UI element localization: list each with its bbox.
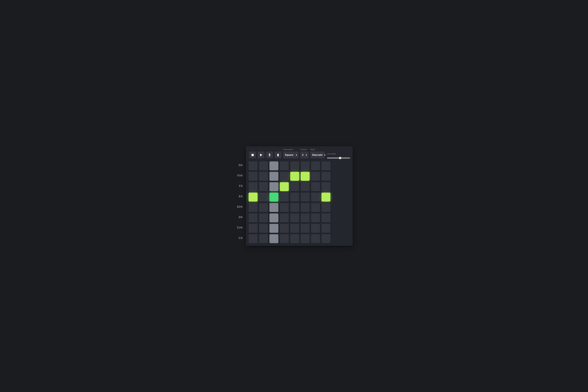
updown-icon: [324, 154, 325, 156]
step-cell[interactable]: [259, 162, 268, 170]
svg-rect-4: [269, 156, 270, 156]
grid-row: [249, 214, 350, 222]
step-cell[interactable]: [269, 234, 278, 243]
clear-button[interactable]: [275, 152, 282, 158]
step-cell[interactable]: [280, 214, 289, 222]
step-cell[interactable]: [280, 172, 289, 181]
step-cell[interactable]: [301, 224, 310, 233]
step-cell[interactable]: [301, 203, 310, 212]
step-cell[interactable]: [290, 224, 299, 233]
grid-row: [249, 182, 350, 191]
step-cell[interactable]: [249, 192, 258, 202]
step-cell[interactable]: [280, 203, 289, 212]
step-cell[interactable]: [269, 192, 278, 202]
step-cell[interactable]: [249, 234, 258, 243]
note-row-label: F4: [235, 181, 243, 191]
step-cell[interactable]: [269, 172, 278, 181]
step-cell[interactable]: [269, 214, 278, 222]
step-cell[interactable]: [280, 162, 289, 170]
step-cell[interactable]: [259, 234, 268, 243]
step-cell[interactable]: [311, 172, 320, 181]
updown-icon: [296, 154, 297, 156]
step-cell[interactable]: [311, 224, 320, 233]
stop-button[interactable]: [249, 152, 256, 158]
step-cell[interactable]: [259, 172, 268, 181]
step-cell[interactable]: [280, 234, 289, 243]
step-cell[interactable]: [311, 162, 320, 170]
note-row-label: E4: [235, 191, 243, 202]
play-button[interactable]: [258, 152, 265, 158]
record-button[interactable]: [266, 152, 273, 158]
updown-icon: [306, 154, 307, 156]
step-cell[interactable]: [301, 214, 310, 222]
style-label: Style: [310, 148, 325, 150]
step-cell[interactable]: [321, 172, 330, 181]
step-cell[interactable]: [301, 192, 310, 202]
svg-rect-6: [278, 154, 278, 154]
style-select[interactable]: Staccato: [310, 152, 325, 158]
step-cell[interactable]: [290, 182, 299, 191]
step-cell[interactable]: [290, 172, 299, 181]
step-cell[interactable]: [311, 182, 320, 191]
step-cell[interactable]: [259, 192, 268, 202]
step-cell[interactable]: [290, 162, 299, 170]
grid-row: [249, 192, 350, 202]
step-cell[interactable]: [311, 203, 320, 212]
play-icon: [260, 154, 262, 156]
bpm-control: 142 BPM: [326, 153, 350, 158]
instrument-select[interactable]: Square: [283, 152, 299, 158]
step-cell[interactable]: [249, 172, 258, 181]
step-cell[interactable]: [311, 192, 320, 202]
step-cell[interactable]: [290, 214, 299, 222]
bpm-label: 142 BPM: [327, 153, 350, 155]
grid-row: [249, 162, 350, 170]
svg-marker-1: [260, 154, 262, 156]
note-row-labels: G4F#4F4E4D#4D4C#4C4: [235, 146, 246, 246]
octave-control: Octave 2: [300, 148, 309, 158]
step-cell[interactable]: [269, 182, 278, 191]
step-cell[interactable]: [249, 214, 258, 222]
step-cell[interactable]: [290, 203, 299, 212]
step-cell[interactable]: [259, 224, 268, 233]
step-cell[interactable]: [321, 214, 330, 222]
step-cell[interactable]: [290, 234, 299, 243]
instrument-value: Square: [285, 154, 294, 156]
octave-select[interactable]: 2: [300, 152, 309, 158]
note-row-label: F#4: [235, 170, 243, 181]
step-cell[interactable]: [259, 182, 268, 191]
trash-icon: [277, 154, 279, 156]
step-cell[interactable]: [259, 214, 268, 222]
step-cell[interactable]: [269, 162, 278, 170]
step-cell[interactable]: [280, 224, 289, 233]
step-cell[interactable]: [280, 182, 289, 191]
step-cell[interactable]: [259, 203, 268, 212]
step-cell[interactable]: [290, 192, 299, 202]
step-cell[interactable]: [301, 234, 310, 243]
step-cell[interactable]: [249, 182, 258, 191]
note-row-label: D#4: [235, 202, 243, 212]
microphone-icon: [269, 154, 271, 156]
step-cell[interactable]: [311, 234, 320, 243]
step-cell[interactable]: [301, 172, 310, 181]
step-cell[interactable]: [321, 182, 330, 191]
step-cell[interactable]: [311, 214, 320, 222]
grid-row: [249, 234, 350, 243]
sequencer-panel: Instrument Square Octave 2 Style: [246, 146, 353, 246]
step-cell[interactable]: [249, 162, 258, 170]
step-cell[interactable]: [321, 162, 330, 170]
step-cell[interactable]: [249, 224, 258, 233]
step-cell[interactable]: [301, 182, 310, 191]
bpm-slider-thumb[interactable]: [339, 157, 341, 159]
bpm-slider[interactable]: [327, 158, 350, 158]
step-cell[interactable]: [321, 234, 330, 243]
step-cell[interactable]: [280, 192, 289, 202]
step-cell[interactable]: [301, 162, 310, 170]
step-cell[interactable]: [321, 224, 330, 233]
step-cell[interactable]: [249, 203, 258, 212]
octave-label: Octave: [300, 148, 309, 150]
step-cell[interactable]: [269, 224, 278, 233]
style-value: Staccato: [312, 154, 323, 156]
step-cell[interactable]: [321, 192, 330, 202]
step-cell[interactable]: [269, 203, 278, 212]
step-cell[interactable]: [321, 203, 330, 212]
